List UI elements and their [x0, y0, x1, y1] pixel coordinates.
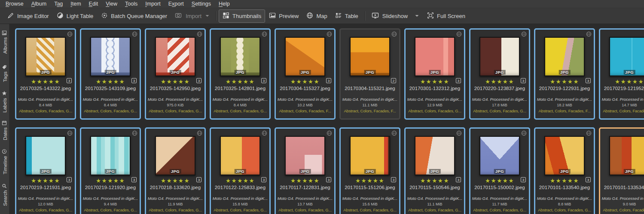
photo-thumbnail[interactable]: JPG [609, 37, 644, 76]
thumbnail-card[interactable]: JPG 20170101-133534.jpeg Moto G4. Proces… [599, 127, 644, 214]
photo-thumbnail[interactable]: JPG [220, 136, 260, 175]
thumbnail-card[interactable]: JPG ★★★★★ 3 20170325-142801.jpeg Moto G4… [210, 28, 271, 120]
star-rating[interactable]: ★★★★★ [226, 78, 255, 85]
thumbnail-card[interactable]: JPG ★★★★★ 3 20170219-122931.jpeg Moto G4… [534, 28, 595, 120]
sidebar-tab-tags[interactable]: Tags [0, 60, 9, 87]
group-count-badge[interactable]: 3 [326, 177, 331, 182]
thumbnail-card[interactable]: JPG ★★★★★ 3 20170325-142950.jpeg Moto G4… [145, 28, 206, 120]
thumbnail-card[interactable]: JPG ★★★★★ 3 20170122-125833.jpeg Moto G4… [210, 127, 271, 214]
photo-thumbnail[interactable]: JPG [90, 136, 131, 175]
star-rating[interactable]: ★★★★★ [485, 78, 514, 85]
star-rating[interactable]: ★★★★★ [31, 178, 60, 184]
star-rating[interactable]: ★★★★★ [550, 178, 579, 184]
thumbnail-card[interactable]: JPG 2 20170304-115321.jpeg Moto G4. Proc… [339, 28, 400, 120]
star-rating[interactable]: ★★★★★ [31, 78, 60, 85]
menu-item[interactable]: Item [67, 0, 85, 7]
table-button[interactable]: Table [331, 9, 362, 23]
menu-import[interactable]: Import [141, 0, 164, 7]
import-button[interactable]: Import [171, 9, 213, 23]
import-dropdown-arrow-icon[interactable] [205, 15, 209, 17]
group-count-badge[interactable]: 3 [131, 78, 137, 83]
sidebar-tab-search[interactable]: Search [0, 179, 9, 210]
map-button[interactable]: Map [302, 9, 331, 23]
group-count-badge[interactable]: 3 [391, 177, 396, 182]
group-count-badge[interactable]: 3 [196, 177, 201, 182]
sidebar-tab-albums[interactable]: Albums [0, 24, 9, 60]
menu-browse[interactable]: Browse [2, 0, 27, 7]
star-rating[interactable]: ★★★★★ [161, 178, 190, 184]
photo-thumbnail[interactable]: JPG [479, 136, 520, 175]
photo-thumbnail[interactable]: JPG [415, 136, 455, 175]
menu-settings[interactable]: Settings [188, 0, 215, 7]
photo-thumbnail[interactable]: JPG [285, 136, 325, 175]
photo-thumbnail[interactable]: JPG [479, 37, 520, 76]
group-count-badge[interactable]: 3 [261, 78, 266, 83]
group-count-badge[interactable]: 3 [586, 177, 591, 182]
menu-edit[interactable]: Edit [85, 0, 102, 7]
thumbnail-card[interactable]: JPG ★★★★★ 3 20170115-151206.jpeg Moto G4… [339, 127, 400, 214]
star-rating[interactable]: ★★★★★ [420, 178, 449, 184]
thumbnail-card[interactable]: JPG ★★★★★ 3 20170101-133540.jpeg Moto G4… [534, 127, 595, 214]
menu-view[interactable]: View [102, 0, 121, 7]
group-count-badge[interactable]: 3 [521, 78, 526, 83]
thumbnail-card[interactable]: JPG ★★★★★ 3 20170304-115327.jpeg Moto G4… [275, 28, 336, 120]
star-rating[interactable]: ★★★★★ [161, 78, 190, 85]
menu-tools[interactable]: Tools [121, 0, 141, 7]
image-editor-button[interactable]: Image Editor [3, 9, 53, 23]
photo-thumbnail[interactable]: JPG [350, 136, 390, 175]
photo-thumbnail[interactable]: JPG [90, 37, 131, 76]
photo-thumbnail[interactable]: JPG [415, 37, 455, 76]
thumbnail-card[interactable]: JPG ★★★★★ 3 20170220-123837.jpeg Moto G4… [469, 28, 530, 120]
group-count-badge[interactable]: 3 [326, 78, 331, 83]
star-rating[interactable]: ★★★★★ [290, 178, 320, 184]
thumbnail-card[interactable]: JPG ★★★★★ 3 20170219-121952.jpeg Moto G4… [599, 28, 644, 120]
sidebar-tab-similarity[interactable]: Similarity [0, 210, 9, 214]
photo-thumbnail[interactable]: JPG [220, 37, 260, 76]
slideshow-button[interactable]: Slideshow [368, 9, 412, 23]
batch-queue-manager-button[interactable]: Batch Queue Manager [97, 9, 171, 23]
preview-button[interactable]: Preview [265, 9, 302, 23]
star-rating[interactable]: ★★★★★ [226, 178, 255, 184]
thumbnail-card[interactable]: JPG ★★★★★ 3 20170117-122831.jpeg Moto G4… [275, 127, 336, 214]
group-count-badge[interactable]: 3 [521, 177, 526, 182]
group-count-badge[interactable]: 3 [196, 78, 201, 83]
star-rating[interactable]: ★★★★★ [550, 78, 579, 85]
slideshow-dropdown-arrow-icon[interactable] [412, 15, 421, 17]
star-rating[interactable]: ★★★★★ [485, 178, 514, 184]
star-rating[interactable]: ★★★★★ [355, 178, 385, 184]
photo-thumbnail[interactable]: JPG [350, 37, 390, 76]
star-rating[interactable]: ★★★★★ [96, 178, 125, 184]
sidebar-tab-labels[interactable]: Labels [0, 87, 9, 117]
photo-thumbnail[interactable]: JPG [25, 136, 66, 175]
photo-thumbnail[interactable]: JPG [285, 37, 325, 76]
sidebar-tab-timeline[interactable]: Timeline [0, 144, 9, 179]
sidebar-tab-dates[interactable]: Dates [0, 117, 9, 144]
thumbnail-card[interactable]: JPG ★★★★★ 3 20170115-150546.jpeg Moto G4… [404, 127, 465, 214]
photo-thumbnail[interactable]: JPG [25, 37, 66, 76]
thumbnail-card[interactable]: JPG ★★★★★ 3 20170219-121931.jpeg Moto G4… [15, 127, 76, 214]
thumbnail-card[interactable]: JPG ★★★★★ 3 20170218-133620.jpeg Moto G4… [145, 127, 206, 214]
thumbnails-button[interactable]: Thumbnails [219, 9, 265, 23]
photo-thumbnail[interactable]: JPG [155, 136, 195, 175]
menu-help[interactable]: Help [215, 0, 234, 7]
group-count-badge[interactable]: 3 [261, 177, 266, 182]
photo-thumbnail[interactable]: JPG [544, 37, 585, 76]
thumbnail-card[interactable]: JPG ★★★★★ 3 20170301-132312.jpeg Moto G4… [404, 28, 465, 120]
group-count-badge[interactable]: 3 [456, 177, 461, 182]
group-count-badge[interactable]: 3 [131, 177, 137, 182]
menu-album[interactable]: Album [27, 0, 50, 7]
light-table-button[interactable]: Light Table [53, 9, 98, 23]
full-screen-button[interactable]: Full Screen [423, 9, 469, 23]
group-count-badge[interactable]: 3 [67, 78, 72, 83]
group-count-badge[interactable]: 3 [67, 177, 72, 182]
group-count-badge[interactable]: 3 [586, 78, 591, 83]
group-count-badge[interactable]: 3 [456, 78, 461, 83]
photo-thumbnail[interactable]: JPG [155, 37, 195, 76]
star-rating[interactable]: ★★★★★ [615, 78, 644, 85]
menu-export[interactable]: Export [165, 0, 188, 7]
menu-tag[interactable]: Tag [50, 0, 67, 7]
star-rating[interactable]: ★★★★★ [290, 78, 320, 85]
thumbnail-card[interactable]: JPG ★★★★★ 3 20170219-121920.jpeg Moto G4… [80, 127, 141, 214]
thumbnail-card[interactable]: JPG ★★★★★ 3 20170325-143109.jpeg Moto G4… [80, 28, 141, 120]
star-rating[interactable]: ★★★★★ [420, 78, 449, 85]
